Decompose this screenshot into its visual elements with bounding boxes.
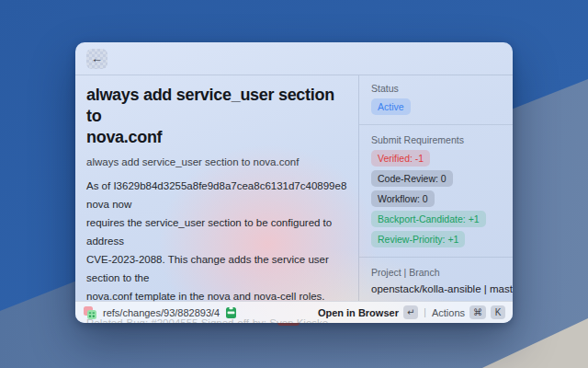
status-label: Status bbox=[359, 83, 513, 94]
status-badge: Active bbox=[371, 98, 411, 115]
gerrit-extension-icon bbox=[83, 305, 97, 320]
page-title-line-1: always add service_user section to bbox=[86, 85, 353, 127]
submit-requirements-badges: Verified: -1 Code-Review: 0 Workflow: 0 … bbox=[359, 145, 513, 247]
project-branch-value: openstack/kolla-ansible | master bbox=[359, 283, 513, 294]
commit-message-line: As of I3629b84d3255a8fe9d8a7cea8c6131d7c… bbox=[86, 177, 353, 213]
action-bar: refs/changes/93/882893/4 Open in Browser… bbox=[75, 301, 513, 323]
commit-subject: always add service_user section to nova.… bbox=[86, 156, 353, 167]
back-arrow-icon: ← bbox=[91, 52, 103, 64]
submit-requirements-label: Submit Requirements bbox=[359, 134, 513, 145]
sidebar-divider bbox=[359, 257, 513, 258]
change-ref-text: refs/changes/93/882893/4 bbox=[103, 307, 220, 318]
sidebar-divider bbox=[359, 124, 513, 125]
action-bar-right: Open in Browser ↵ | Actions ⌘ K bbox=[318, 305, 505, 319]
badge-review-priority: Review-Priority: +1 bbox=[371, 231, 465, 247]
gerrit-change-window: ← always add service_user section to nov… bbox=[75, 42, 513, 323]
k-keycap-icon: K bbox=[491, 305, 505, 319]
status-badge-row: Active bbox=[359, 94, 513, 115]
badge-verified: Verified: -1 bbox=[371, 150, 430, 167]
open-in-browser-button[interactable]: Open in Browser ↵ bbox=[318, 305, 418, 319]
badge-code-review: Code-Review: 0 bbox=[371, 170, 453, 187]
change-detail-pane: always add service_user section to nova.… bbox=[75, 75, 358, 301]
commit-message-line: CVE-2023-2088. This change adds the serv… bbox=[86, 250, 353, 287]
footer-separator: | bbox=[424, 307, 426, 317]
project-branch-label: Project | Branch bbox=[359, 267, 513, 278]
enter-keycap-icon: ↵ bbox=[403, 305, 418, 319]
copy-icon bbox=[225, 306, 237, 319]
metadata-sidebar: Status Active Submit Requirements Verifi… bbox=[358, 75, 513, 301]
open-in-browser-label: Open in Browser bbox=[318, 307, 399, 318]
page-title: always add service_user section to nova.… bbox=[86, 85, 353, 148]
window-header: ← bbox=[75, 42, 513, 75]
commit-message-line: requires the service_user section to be … bbox=[86, 213, 353, 250]
desktop-wallpaper: ← always add service_user section to nov… bbox=[0, 0, 588, 368]
action-bar-left: refs/changes/93/882893/4 bbox=[83, 305, 312, 320]
page-title-line-2: nova.conf bbox=[86, 127, 353, 148]
back-button[interactable]: ← bbox=[86, 49, 107, 69]
actions-label: Actions bbox=[432, 307, 465, 318]
window-content: always add service_user section to nova.… bbox=[75, 75, 513, 301]
commit-message: As of I3629b84d3255a8fe9d8a7cea8c6131d7c… bbox=[86, 177, 353, 305]
badge-backport-candidate: Backport-Candidate: +1 bbox=[371, 211, 486, 227]
badge-workflow: Workflow: 0 bbox=[371, 190, 435, 207]
cmd-keycap-icon: ⌘ bbox=[469, 305, 486, 319]
actions-button[interactable]: Actions ⌘ K bbox=[432, 305, 505, 319]
